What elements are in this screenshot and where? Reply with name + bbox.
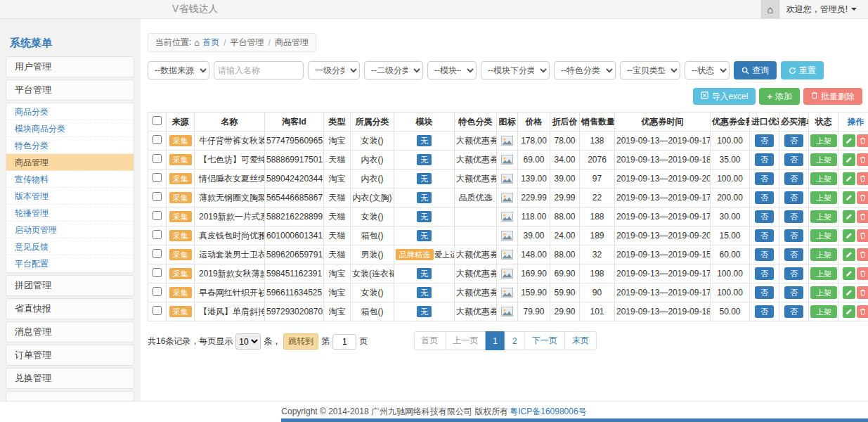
- delete-button[interactable]: [857, 229, 868, 242]
- must-buy-toggle[interactable]: 否: [784, 229, 803, 242]
- submenu-item-platform-config[interactable]: 平台配置: [6, 255, 134, 272]
- edit-button[interactable]: [843, 248, 855, 261]
- batch-delete-button[interactable]: 批量删除: [803, 88, 862, 105]
- status-button[interactable]: 上架: [810, 305, 837, 318]
- name-input[interactable]: [214, 61, 304, 79]
- edit-button[interactable]: [843, 229, 855, 242]
- edit-button[interactable]: [843, 153, 855, 166]
- page-size-select[interactable]: 10: [235, 333, 261, 350]
- edit-button[interactable]: [843, 172, 855, 185]
- status-button[interactable]: 上架: [810, 134, 837, 147]
- module-subcategory-select[interactable]: --模块下分类--: [481, 61, 550, 79]
- import-select-toggle[interactable]: 否: [755, 210, 774, 223]
- welcome-menu[interactable]: 欢迎您，管理员!: [786, 4, 857, 15]
- status-select[interactable]: --状态--: [685, 61, 730, 79]
- sidebar-item-platform-management[interactable]: 平台管理: [6, 79, 134, 101]
- sidebar-item-clipped[interactable]: [6, 391, 134, 401]
- status-button[interactable]: 上架: [810, 172, 837, 185]
- status-button[interactable]: 上架: [810, 248, 837, 261]
- status-button[interactable]: 上架: [810, 153, 837, 166]
- featured-category-select[interactable]: --特色分类--: [554, 61, 616, 79]
- import-select-toggle[interactable]: 否: [755, 229, 774, 242]
- must-buy-toggle[interactable]: 否: [784, 286, 803, 299]
- jump-page-input[interactable]: [332, 334, 356, 350]
- submenu-item-featured-category[interactable]: 特色分类: [6, 137, 134, 154]
- import-select-toggle[interactable]: 否: [755, 153, 774, 166]
- status-button[interactable]: 上架: [810, 229, 837, 242]
- delete-button[interactable]: [857, 210, 868, 223]
- edit-button[interactable]: [843, 210, 855, 223]
- submenu-item-promotion-material[interactable]: 宣传物料: [6, 171, 134, 188]
- delete-button[interactable]: [857, 286, 868, 299]
- delete-button[interactable]: [857, 248, 868, 261]
- delete-button[interactable]: [857, 305, 868, 318]
- product-type-select[interactable]: --宝贝类型--: [620, 61, 680, 79]
- icp-link[interactable]: 粤ICP备16098006号: [510, 406, 586, 418]
- home-button[interactable]: ⌂: [761, 0, 779, 18]
- submenu-item-product-category[interactable]: 商品分类: [6, 103, 134, 120]
- delete-button[interactable]: [857, 191, 868, 204]
- must-buy-toggle[interactable]: 否: [784, 172, 803, 185]
- submenu-item-version-management[interactable]: 版本管理: [6, 188, 134, 205]
- must-buy-toggle[interactable]: 否: [784, 248, 803, 261]
- module-select[interactable]: --模块--: [427, 61, 477, 79]
- add-button[interactable]: + 添加: [759, 88, 800, 105]
- query-button[interactable]: 查询: [734, 61, 777, 79]
- row-checkbox[interactable]: [153, 154, 162, 163]
- jump-button[interactable]: 跳转到: [283, 333, 318, 350]
- sidebar-item-user-management[interactable]: 用户管理: [6, 56, 134, 77]
- sidebar-item-exchange-management[interactable]: 兑换管理: [6, 368, 134, 389]
- submenu-item-product-management[interactable]: 商品管理: [6, 154, 134, 171]
- pager-page-1[interactable]: 1: [485, 331, 505, 350]
- breadcrumb-home-link[interactable]: 首页: [202, 37, 219, 49]
- import-select-toggle[interactable]: 否: [755, 172, 774, 185]
- sidebar-item-express-report[interactable]: 省直快报: [6, 298, 134, 319]
- row-checkbox[interactable]: [153, 135, 162, 144]
- pager-page-2[interactable]: 2: [505, 331, 525, 350]
- edit-button[interactable]: [843, 286, 855, 299]
- level2-category-select[interactable]: --二级分类--: [364, 61, 423, 79]
- submenu-item-module-product-category[interactable]: 模块商品分类: [6, 120, 134, 137]
- row-checkbox[interactable]: [153, 306, 162, 315]
- pager-last-page[interactable]: 末页: [564, 331, 597, 350]
- import-select-toggle[interactable]: 否: [755, 305, 774, 318]
- reset-button[interactable]: 重置: [781, 61, 824, 79]
- must-buy-toggle[interactable]: 否: [784, 153, 803, 166]
- submenu-item-splash-management[interactable]: 启动页管理: [6, 222, 134, 238]
- import-select-toggle[interactable]: 否: [755, 134, 774, 147]
- row-checkbox[interactable]: [153, 211, 162, 220]
- edit-button[interactable]: [843, 191, 855, 204]
- level1-category-select[interactable]: 一级分类: [308, 61, 360, 79]
- status-button[interactable]: 上架: [810, 286, 837, 299]
- row-checkbox[interactable]: [153, 268, 162, 277]
- import-select-toggle[interactable]: 否: [755, 286, 774, 299]
- data-source-select[interactable]: --数据来源--: [148, 61, 209, 79]
- row-checkbox[interactable]: [153, 249, 162, 258]
- import-select-toggle[interactable]: 否: [755, 267, 774, 280]
- pager-next-page[interactable]: 下一页: [524, 331, 565, 350]
- delete-button[interactable]: [857, 153, 868, 166]
- import-select-toggle[interactable]: 否: [755, 248, 774, 261]
- status-button[interactable]: 上架: [810, 267, 837, 280]
- status-button[interactable]: 上架: [810, 191, 837, 204]
- import-select-toggle[interactable]: 否: [755, 191, 774, 204]
- edit-button[interactable]: [843, 134, 855, 147]
- must-buy-toggle[interactable]: 否: [784, 267, 803, 280]
- row-checkbox[interactable]: [153, 230, 162, 239]
- edit-button[interactable]: [843, 267, 855, 280]
- select-all-checkbox[interactable]: [153, 116, 162, 125]
- edit-button[interactable]: [843, 305, 855, 318]
- delete-button[interactable]: [857, 267, 868, 280]
- delete-button[interactable]: [857, 134, 868, 147]
- must-buy-toggle[interactable]: 否: [784, 134, 803, 147]
- submenu-item-feedback[interactable]: 意见反馈: [6, 238, 134, 255]
- must-buy-toggle[interactable]: 否: [784, 305, 803, 318]
- status-button[interactable]: 上架: [810, 210, 837, 223]
- submenu-item-carousel-management[interactable]: 轮播管理: [6, 205, 134, 222]
- row-checkbox[interactable]: [153, 192, 162, 201]
- row-checkbox[interactable]: [153, 173, 162, 182]
- must-buy-toggle[interactable]: 否: [784, 191, 803, 204]
- row-checkbox[interactable]: [153, 287, 162, 296]
- sidebar-item-order-management[interactable]: 订单管理: [6, 345, 134, 366]
- delete-button[interactable]: [857, 172, 868, 185]
